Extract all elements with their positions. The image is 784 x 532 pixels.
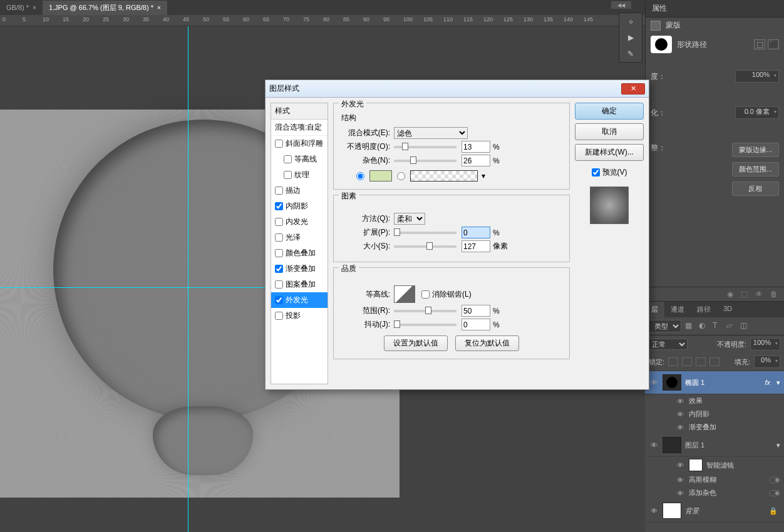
style-checkbox[interactable] xyxy=(275,280,283,289)
spread-slider[interactable] xyxy=(394,232,456,234)
play-icon[interactable]: ▶ xyxy=(619,29,642,46)
icon-2[interactable]: ⬚ xyxy=(741,290,748,299)
style-checkbox[interactable] xyxy=(284,155,292,163)
eye-icon[interactable]: 👁 xyxy=(755,290,763,299)
mask-edge-button[interactable]: 蒙版边缘... xyxy=(732,143,779,157)
eye-icon[interactable]: 👁 xyxy=(675,424,685,431)
filter-text-icon[interactable]: T xyxy=(713,321,723,331)
properties-tab[interactable]: 属性 xyxy=(646,0,784,18)
filter-noise[interactable]: 👁 添加杂色 xyxy=(645,486,784,499)
eye-icon[interactable]: 👁 xyxy=(649,379,659,386)
style-item[interactable]: 渐变叠加 xyxy=(271,261,328,277)
eye-icon[interactable]: 👁 xyxy=(675,461,685,469)
panel-collapse[interactable]: ◀◀ xyxy=(611,1,631,9)
tab-channels[interactable]: 通道 xyxy=(664,302,691,317)
trash-icon[interactable]: 🗑 xyxy=(770,290,778,299)
layer-background[interactable]: 👁 背景 🔒 xyxy=(645,499,784,523)
invert-button[interactable]: 反相 xyxy=(732,182,779,196)
blend-options[interactable]: 混合选项:自定 xyxy=(271,120,328,136)
eye-icon[interactable]: 👁 xyxy=(649,441,659,449)
guide-vertical[interactable] xyxy=(188,26,188,532)
feather-input[interactable]: 0.0 像素 xyxy=(735,106,779,119)
tab-3d[interactable]: 3D xyxy=(717,302,738,317)
style-item[interactable]: 纹理 xyxy=(271,167,328,183)
history-icon[interactable]: ⟐ xyxy=(619,13,642,29)
style-checkbox[interactable] xyxy=(275,187,283,195)
contour-picker[interactable] xyxy=(394,285,415,303)
tab-paths[interactable]: 路径 xyxy=(691,302,717,317)
density-input[interactable]: 100% xyxy=(735,70,779,83)
style-item[interactable]: 光泽 xyxy=(271,230,328,245)
style-item[interactable]: 投影 xyxy=(271,308,328,324)
gradient-swatch[interactable] xyxy=(410,170,478,182)
lock-all-icon[interactable] xyxy=(709,357,720,366)
brush-icon[interactable]: ✎ xyxy=(619,46,642,62)
preview-checkbox-row[interactable]: 预览(V) xyxy=(575,167,644,178)
reset-default-button[interactable]: 复位为默认值 xyxy=(455,335,519,351)
lock-icon[interactable]: 🔒 xyxy=(769,507,778,515)
technique-select[interactable]: 柔和 xyxy=(394,213,425,225)
opacity-input[interactable] xyxy=(462,141,490,153)
eye-icon[interactable]: 👁 xyxy=(675,397,685,405)
style-checkbox[interactable] xyxy=(275,202,283,210)
style-item[interactable]: 描边 xyxy=(271,183,328,198)
style-item[interactable]: 内发光 xyxy=(271,214,328,230)
ok-button[interactable]: 确定 xyxy=(575,103,644,120)
blend-mode-select[interactable]: 正常 xyxy=(649,339,688,350)
close-button[interactable]: ✕ xyxy=(621,83,645,95)
size-input[interactable] xyxy=(462,240,490,252)
style-item[interactable]: 内阴影 xyxy=(271,198,328,214)
style-checkbox[interactable] xyxy=(275,249,283,257)
style-checkbox[interactable] xyxy=(284,171,292,179)
set-default-button[interactable]: 设置为默认值 xyxy=(384,335,448,351)
style-item[interactable]: 等高线 xyxy=(271,151,328,167)
color-range-button[interactable]: 颜色范围... xyxy=(732,162,779,176)
color-radio[interactable] xyxy=(356,172,364,180)
range-input[interactable] xyxy=(462,305,490,317)
spread-input[interactable] xyxy=(462,227,490,238)
dialog-titlebar[interactable]: 图层样式 ✕ xyxy=(266,80,649,98)
fill-input[interactable]: 0% xyxy=(754,356,780,368)
doc-tab-2[interactable]: 1.JPG @ 66.7% (图层 9, RGB/8) *× xyxy=(43,1,167,15)
layer-ellipse[interactable]: 👁 椭圆 1 fx ▾ xyxy=(645,371,784,394)
icon-1[interactable]: ◉ xyxy=(727,290,733,299)
smart-filters-header[interactable]: 👁 智能滤镜 xyxy=(645,457,784,473)
new-style-button[interactable]: 新建样式(W)... xyxy=(575,144,644,161)
cancel-button[interactable]: 取消 xyxy=(575,123,644,140)
style-item[interactable]: 颜色叠加 xyxy=(271,245,328,261)
style-checkbox[interactable] xyxy=(275,265,283,273)
gradient-radio[interactable] xyxy=(397,172,405,180)
lock-pos-icon[interactable] xyxy=(696,357,706,366)
filter-smart-icon[interactable]: ◫ xyxy=(740,321,750,331)
noise-input[interactable] xyxy=(462,155,490,166)
style-checkbox[interactable] xyxy=(275,140,283,148)
style-item[interactable]: 斜面和浮雕 xyxy=(271,136,328,151)
filter-img-icon[interactable]: ▦ xyxy=(685,321,695,331)
close-icon[interactable]: × xyxy=(33,4,36,11)
styles-header[interactable]: 样式 xyxy=(271,103,328,120)
chevron-down-icon[interactable]: ▾ xyxy=(776,379,780,387)
eye-icon[interactable]: 👁 xyxy=(675,489,685,497)
close-icon[interactable]: × xyxy=(157,4,161,11)
effects-header[interactable]: 👁 效果 xyxy=(645,394,784,407)
filter-toggle[interactable] xyxy=(769,490,780,496)
preview-checkbox[interactable] xyxy=(592,168,600,176)
filter-adj-icon[interactable]: ◐ xyxy=(699,321,709,331)
range-slider[interactable] xyxy=(394,310,456,312)
size-slider[interactable] xyxy=(394,245,456,248)
jitter-input[interactable] xyxy=(462,319,490,330)
filter-kind-select[interactable]: 类型 xyxy=(649,320,681,332)
opacity-slider[interactable] xyxy=(394,146,456,148)
lock-paint-icon[interactable] xyxy=(682,357,692,366)
antialias-checkbox[interactable] xyxy=(421,290,430,299)
filter-gaussian[interactable]: 👁 高斯模糊 xyxy=(645,473,784,486)
layer-1[interactable]: 👁 图层 1 ▾ xyxy=(645,434,784,457)
doc-tab-1[interactable]: GB/8) *× xyxy=(0,1,43,14)
mask-icon[interactable] xyxy=(651,21,661,31)
eye-icon[interactable]: 👁 xyxy=(649,507,659,514)
jitter-slider[interactable] xyxy=(394,324,456,326)
opacity-input[interactable]: 100% xyxy=(750,338,780,350)
fx-label[interactable]: fx xyxy=(765,379,770,386)
effect-gradient[interactable]: 👁 渐变叠加 xyxy=(645,421,784,434)
noise-slider[interactable] xyxy=(394,160,456,162)
